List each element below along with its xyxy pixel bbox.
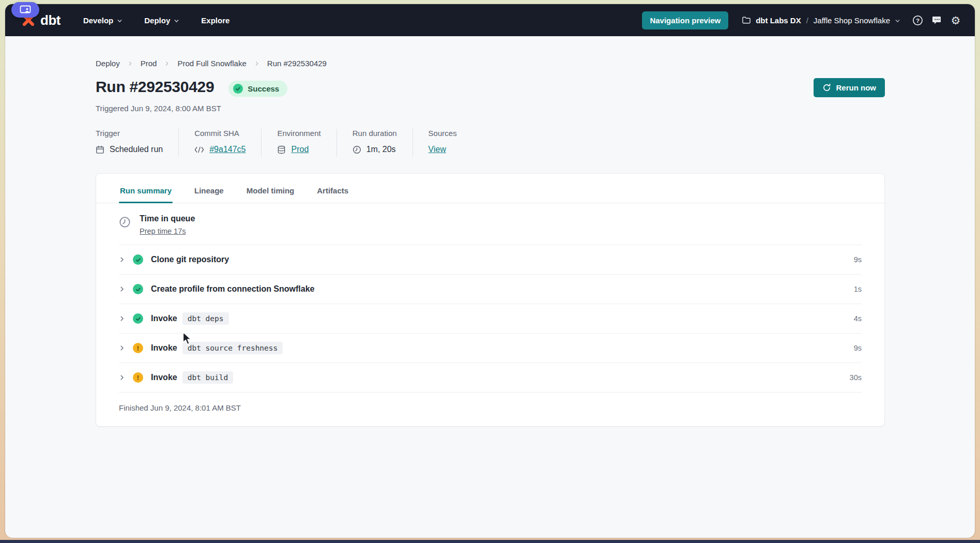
meta-run-duration: Run duration1m, 20s bbox=[353, 129, 413, 157]
feedback-icon[interactable] bbox=[931, 14, 942, 26]
step-row-create-profile-from-connection-snowflake: Create profile from connection Snowflake… bbox=[119, 275, 862, 304]
menu-item-label: Develop bbox=[83, 16, 113, 25]
meta-value-row: Scheduled run bbox=[96, 145, 163, 154]
step-duration: 30s bbox=[850, 373, 862, 382]
account-project-switcher[interactable]: dbt Labs DX / Jaffle Shop Snowflake bbox=[742, 16, 900, 25]
step-label: Invoke bbox=[151, 314, 177, 323]
dbt-logo-text: dbt bbox=[40, 12, 60, 28]
step-duration: 9s bbox=[854, 255, 862, 264]
step-label: Invoke bbox=[151, 373, 177, 382]
meta-label: Run duration bbox=[353, 129, 397, 138]
clock-icon bbox=[353, 145, 361, 154]
step-command-chip: dbt build bbox=[182, 371, 234, 384]
step-label: Clone git repository bbox=[151, 255, 229, 264]
chevron-right-icon bbox=[128, 61, 133, 66]
top-navbar: dbt DevelopDeployExplore Navigation prev… bbox=[5, 4, 975, 36]
navbar-icon-group: ? ⚙ bbox=[912, 14, 961, 26]
triggered-timestamp: Triggered Jun 9, 2024, 8:00 AM BST bbox=[96, 104, 885, 113]
success-check-icon bbox=[133, 313, 143, 324]
run-steps-list: Clone git repository9sCreate profile fro… bbox=[96, 245, 884, 393]
run-metadata-row: TriggerScheduled runCommit SHA#9a147c5En… bbox=[96, 129, 885, 157]
main-content: DeployProdProd Full SnowflakeRun #292530… bbox=[5, 36, 975, 427]
account-project-separator: / bbox=[806, 16, 808, 25]
help-icon[interactable]: ? bbox=[912, 14, 923, 26]
menu-item-deploy[interactable]: Deploy bbox=[144, 16, 179, 25]
time-in-queue-row: Time in queue Prep time 17s bbox=[119, 203, 862, 245]
step-row-clone-git-repository: Clone git repository9s bbox=[119, 245, 862, 275]
run-summary-card: Run summaryLineageModel timingArtifacts … bbox=[96, 173, 885, 427]
meta-value-row: 1m, 20s bbox=[353, 145, 397, 154]
step-row-invoke-dbt-source-freshness: !Invokedbt source freshness9s bbox=[119, 334, 862, 363]
screen-share-icon bbox=[20, 5, 31, 14]
chevron-right-icon[interactable] bbox=[119, 286, 125, 292]
page-title: Run #292530429 bbox=[96, 78, 214, 96]
prep-time-link[interactable]: Prep time 17s bbox=[140, 227, 186, 235]
meta-value-row: Prod bbox=[277, 145, 320, 154]
chevron-down-icon bbox=[174, 18, 179, 24]
success-check-icon bbox=[133, 254, 143, 265]
meta-value-row: #9a147c5 bbox=[194, 145, 246, 154]
step-label: Create profile from connection Snowflake bbox=[151, 284, 315, 294]
rerun-now-button[interactable]: Rerun now bbox=[814, 78, 885, 97]
status-badge: Success bbox=[228, 81, 287, 97]
warning-icon: ! bbox=[133, 343, 143, 353]
step-row-invoke-dbt-deps: Invokedbt deps4s bbox=[119, 304, 862, 334]
main-menu: DevelopDeployExplore bbox=[83, 16, 229, 25]
tab-run-summary[interactable]: Run summary bbox=[119, 174, 173, 203]
breadcrumb: DeployProdProd Full SnowflakeRun #292530… bbox=[96, 59, 885, 68]
meta-label: Sources bbox=[428, 129, 457, 138]
meta-sources: SourcesView bbox=[428, 129, 472, 157]
chevron-right-icon[interactable] bbox=[119, 374, 125, 381]
svg-text:?: ? bbox=[915, 17, 919, 23]
meta-label: Commit SHA bbox=[194, 129, 246, 138]
tab-lineage[interactable]: Lineage bbox=[193, 174, 225, 203]
finished-timestamp: Finished Jun 9, 2024, 8:01 AM BST bbox=[96, 393, 884, 426]
account-name[interactable]: dbt Labs DX bbox=[756, 16, 801, 25]
folder-icon bbox=[742, 16, 751, 24]
meta-label: Trigger bbox=[96, 129, 163, 138]
chevron-right-icon bbox=[164, 61, 170, 66]
breadcrumb-item-deploy[interactable]: Deploy bbox=[96, 59, 120, 68]
step-row-invoke-dbt-build: !Invokedbt build30s bbox=[119, 363, 862, 393]
chevron-right-icon[interactable] bbox=[119, 345, 125, 351]
refresh-icon bbox=[822, 83, 831, 92]
meta-value-link[interactable]: #9a147c5 bbox=[209, 145, 246, 154]
check-icon bbox=[233, 84, 243, 94]
chevron-right-icon[interactable] bbox=[119, 257, 125, 263]
tab-bar: Run summaryLineageModel timingArtifacts bbox=[96, 174, 884, 203]
code-icon bbox=[194, 146, 204, 153]
step-duration: 9s bbox=[854, 344, 862, 352]
chevron-right-icon[interactable] bbox=[119, 315, 125, 322]
warning-icon: ! bbox=[133, 372, 143, 383]
time-in-queue-title: Time in queue bbox=[140, 214, 195, 223]
menu-item-develop[interactable]: Develop bbox=[83, 16, 122, 25]
step-command-chip: dbt source freshness bbox=[182, 342, 283, 354]
status-badge-label: Success bbox=[248, 84, 279, 93]
navigation-preview-button[interactable]: Navigation preview bbox=[642, 11, 728, 29]
meta-environment: EnvironmentProd bbox=[277, 129, 336, 157]
time-in-queue-text: Time in queue Prep time 17s bbox=[140, 214, 195, 236]
menu-item-label: Deploy bbox=[144, 16, 170, 25]
gear-icon[interactable]: ⚙ bbox=[950, 14, 961, 26]
meta-value-link[interactable]: View bbox=[428, 145, 446, 154]
step-duration: 1s bbox=[854, 285, 862, 293]
calendar-icon bbox=[96, 145, 104, 154]
bottom-edge-strip bbox=[0, 540, 980, 543]
chevron-down-icon bbox=[117, 18, 122, 24]
meta-value-link[interactable]: Prod bbox=[291, 145, 309, 154]
tab-model-timing[interactable]: Model timing bbox=[246, 174, 296, 203]
success-check-icon bbox=[133, 284, 143, 294]
meta-value: Scheduled run bbox=[110, 145, 163, 154]
menu-item-explore[interactable]: Explore bbox=[201, 16, 229, 25]
breadcrumb-item-prod-full-snowflake[interactable]: Prod Full Snowflake bbox=[177, 59, 246, 68]
screen-share-badge[interactable] bbox=[11, 2, 39, 18]
step-command-chip: dbt deps bbox=[182, 312, 229, 325]
step-label: Invoke bbox=[151, 343, 177, 353]
project-name[interactable]: Jaffle Shop Snowflake bbox=[814, 16, 890, 25]
meta-value-row: View bbox=[428, 145, 457, 154]
breadcrumb-item-run-292530429: Run #292530429 bbox=[267, 59, 327, 68]
breadcrumb-item-prod[interactable]: Prod bbox=[141, 59, 157, 68]
rerun-now-label: Rerun now bbox=[836, 83, 877, 92]
navbar-right: Navigation preview dbt Labs DX / Jaffle … bbox=[642, 11, 961, 29]
tab-artifacts[interactable]: Artifacts bbox=[316, 174, 349, 203]
